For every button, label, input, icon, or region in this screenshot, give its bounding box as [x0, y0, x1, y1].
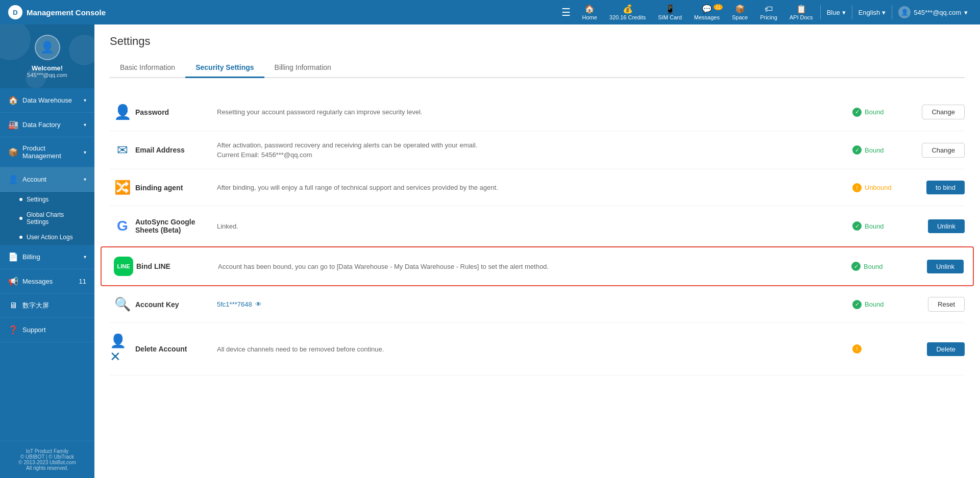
- binding-agent-status-icon: !: [852, 183, 862, 192]
- language-chevron-icon: ▾: [882, 9, 886, 16]
- theme-label: Blue: [827, 9, 840, 16]
- nav-pricing[interactable]: 🏷 Pricing: [755, 5, 782, 20]
- sidebar-item-digital-screen[interactable]: 🖥 数字大屏: [0, 294, 94, 318]
- binding-agent-bind-button[interactable]: to bind: [926, 181, 965, 194]
- sidebar-item-support[interactable]: ❓ Support: [0, 318, 94, 342]
- nav-apidocs-label: API Docs: [790, 14, 813, 20]
- nav-apidocs[interactable]: 📋 API Docs: [785, 4, 818, 20]
- line-unlink-button[interactable]: Unlink: [927, 260, 964, 273]
- sidebar-subitem-user-action-logs[interactable]: User Action Logs: [0, 230, 94, 245]
- theme-chevron-icon: ▾: [842, 9, 846, 16]
- delete-account-icon: 👤✕: [110, 333, 135, 365]
- hamburger-menu[interactable]: ☰: [561, 6, 571, 18]
- tabs-container: Basic Information Security Settings Bill…: [110, 58, 965, 78]
- nav-simcard[interactable]: 📱 SIM Card: [653, 4, 687, 20]
- line-status-icon: ✓: [851, 262, 861, 271]
- digital-screen-icon: 🖥: [8, 301, 18, 310]
- support-icon: ❓: [8, 325, 18, 335]
- global-charts-dot: [19, 217, 22, 220]
- nav-credits[interactable]: 💰 320.16 Credits: [604, 4, 651, 20]
- eye-icon[interactable]: 👁: [255, 300, 262, 308]
- sidebar-subitem-global-charts[interactable]: Global Charts Settings: [0, 207, 94, 230]
- email-desc-line1: After activation, password recovery and …: [217, 141, 842, 149]
- account-key-reset-button[interactable]: Reset: [928, 297, 965, 312]
- nav-separator-1: [820, 5, 821, 19]
- language-dropdown[interactable]: English ▾: [854, 9, 890, 16]
- nav-home[interactable]: 🏠 Home: [577, 4, 602, 20]
- user-label: 545***@qq.com: [914, 9, 961, 16]
- sidebar-item-billing[interactable]: 📄 Billing ▾: [0, 245, 94, 269]
- theme-dropdown[interactable]: Blue ▾: [823, 9, 850, 16]
- user-action-logs-dot: [19, 236, 22, 239]
- user-chevron-icon: ▾: [964, 9, 968, 16]
- sidebar-item-data-factory[interactable]: 🏭 Data Factory ▾: [0, 113, 94, 137]
- sidebar-user: 👤 Welcome! 545***@qq.com: [0, 24, 94, 88]
- row-bind-line: LINE Bind LINE Account has been bound, y…: [101, 246, 974, 286]
- delete-account-desc: All device channels need to be removed b…: [217, 345, 852, 353]
- footer-line3: © 2013-2023 UbiBot.com: [4, 460, 90, 465]
- binding-agent-icon: 🔀: [114, 180, 131, 195]
- tab-billing-info[interactable]: Billing Information: [264, 58, 341, 78]
- sidebar-messages-label: Messages: [22, 278, 53, 285]
- line-status: ✓ Bound: [851, 262, 913, 271]
- delete-account-action: Delete: [914, 342, 965, 356]
- messages-badge: 11: [714, 4, 723, 10]
- line-label: Bind LINE: [136, 262, 218, 270]
- user-menu[interactable]: 👤 545***@qq.com ▾: [894, 6, 972, 18]
- tab-security-settings[interactable]: Security Settings: [185, 58, 264, 78]
- brand-label: Management Console: [27, 8, 106, 17]
- email-change-button[interactable]: Change: [922, 143, 965, 158]
- google-icon: G: [113, 216, 132, 236]
- line-desc: Account has been bound, you can go to [D…: [218, 263, 851, 270]
- sidebar-item-account[interactable]: 👤 Account ▾: [0, 167, 94, 192]
- password-status: ✓ Bound: [852, 108, 914, 117]
- nav-credits-label: 320.16 Credits: [609, 14, 646, 20]
- tab-basic-info[interactable]: Basic Information: [110, 58, 185, 78]
- credits-icon: 💰: [623, 4, 633, 14]
- password-action: Change: [914, 105, 965, 119]
- account-key-desc: 5fc1***7648 👁: [217, 300, 852, 308]
- account-key-status-label: Bound: [865, 300, 884, 308]
- simcard-icon: 📱: [665, 4, 675, 14]
- google-unlink-button[interactable]: Unlink: [928, 219, 965, 233]
- nav-messages-label: Messages: [694, 14, 720, 20]
- space-icon: 📦: [735, 4, 745, 14]
- welcome-text: Welcome!: [5, 64, 89, 72]
- account-key-action: Reset: [914, 297, 965, 312]
- data-warehouse-chevron-icon: ▾: [84, 97, 86, 103]
- sidebar-global-charts-label: Global Charts Settings: [27, 211, 86, 225]
- google-action: Unlink: [914, 219, 965, 233]
- top-nav: D Management Console ☰ 🏠 Home 💰 320.16 C…: [0, 0, 980, 24]
- sidebar-subitem-settings[interactable]: Settings: [0, 192, 94, 207]
- product-management-chevron-icon: ▾: [84, 149, 86, 155]
- nav-space-label: Space: [732, 14, 748, 20]
- row-binding-agent: 🔀 Binding agent After binding, you will …: [110, 169, 965, 206]
- password-change-button[interactable]: Change: [922, 105, 965, 119]
- password-status-icon: ✓: [852, 108, 862, 117]
- nav-separator-3: [892, 5, 892, 19]
- email-icon-wrapper: ✉: [110, 142, 135, 158]
- brand: D Management Console: [8, 5, 106, 19]
- account-key-status: ✓ Bound: [852, 300, 914, 309]
- billing-icon: 📄: [8, 252, 18, 262]
- sidebar-item-product-management[interactable]: 📦 Product Management ▾: [0, 137, 94, 167]
- google-status-icon: ✓: [852, 221, 862, 231]
- sidebar-data-warehouse-label: Data Warehouse: [22, 96, 72, 104]
- delete-account-status-icon: !: [852, 344, 862, 354]
- row-google: G AutoSync Google Sheets (Beta) Linked. …: [110, 206, 965, 246]
- delete-account-label: Delete Account: [135, 345, 217, 353]
- delete-account-icon-wrapper: 👤✕: [110, 333, 135, 365]
- sidebar-item-data-warehouse[interactable]: 🏠 Data Warehouse ▾: [0, 88, 94, 113]
- delete-account-button[interactable]: Delete: [927, 342, 965, 356]
- password-label: Password: [135, 108, 217, 116]
- nav-messages[interactable]: 💬 11 Messages: [689, 4, 725, 20]
- line-action: Unlink: [913, 260, 964, 273]
- user-email-sidebar: 545***@qq.com: [5, 72, 89, 78]
- nav-space[interactable]: 📦 Space: [727, 4, 753, 20]
- password-icon: 👤: [114, 104, 132, 120]
- nav-pricing-label: Pricing: [760, 14, 777, 20]
- account-key-status-icon: ✓: [852, 300, 862, 309]
- messages-icon: 💬: [702, 4, 712, 14]
- email-label: Email Address: [135, 146, 217, 154]
- sidebar-item-messages[interactable]: 📢 Messages 11: [0, 269, 94, 294]
